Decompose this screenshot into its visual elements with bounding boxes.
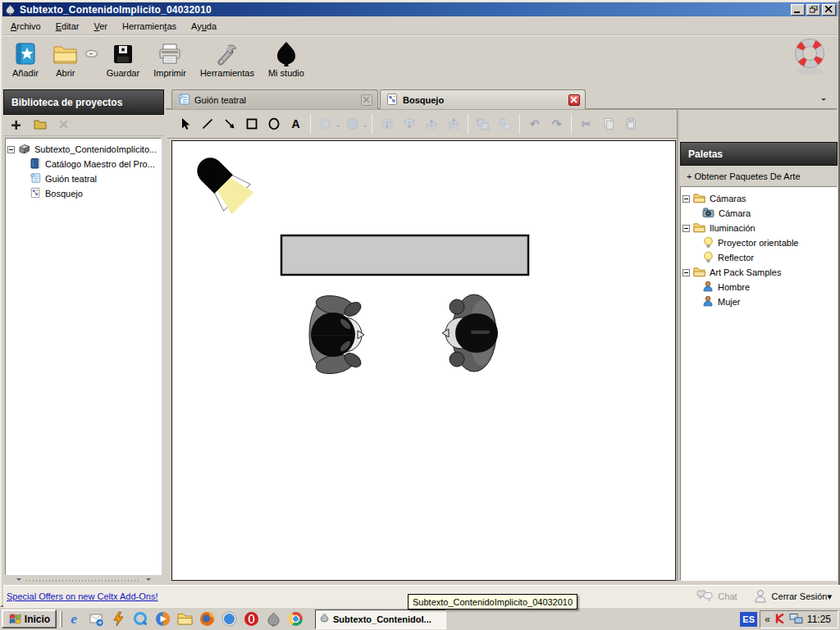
panel-splitter[interactable] xyxy=(677,109,679,581)
woman-top-view-object[interactable] xyxy=(442,294,498,372)
tree-item-catalogo[interactable]: Catálogo Maestro del Pro... xyxy=(7,157,159,171)
panel-resize-grip[interactable] xyxy=(26,578,141,583)
minimize-button[interactable] xyxy=(791,4,805,16)
clock[interactable]: 11:25 xyxy=(807,614,831,625)
menu-ver[interactable]: Ver xyxy=(86,19,115,34)
add-button[interactable]: Añadir xyxy=(8,39,43,80)
send-to-back-tool[interactable] xyxy=(376,113,398,135)
tools-button[interactable]: Herramientas xyxy=(196,39,258,80)
taskbar-item-celtx[interactable]: Subtexto_ContenidoI... xyxy=(315,609,446,629)
chrome-icon[interactable] xyxy=(287,611,304,628)
fill-color-tool[interactable] xyxy=(341,113,363,135)
line-tool[interactable] xyxy=(196,113,218,135)
get-art-packs-link[interactable]: + Obtener Paquetes De Arte xyxy=(680,167,838,185)
quicktime-icon[interactable] xyxy=(132,611,148,628)
paste-button[interactable] xyxy=(619,113,641,135)
sketch-canvas[interactable] xyxy=(171,140,676,581)
close-button[interactable] xyxy=(822,4,836,16)
print-button[interactable]: Imprimir xyxy=(149,39,190,80)
collapse-icon[interactable] xyxy=(7,146,15,153)
winamp-icon[interactable] xyxy=(110,611,126,628)
start-button[interactable]: Inicio xyxy=(2,609,57,628)
menu-bar: Archivo Editar Ver Herramientas Ayuda xyxy=(3,17,837,35)
project-package-icon xyxy=(18,144,30,156)
menu-archivo[interactable]: Archivo xyxy=(3,19,48,34)
rectangle-tool[interactable] xyxy=(240,113,262,135)
open-button[interactable]: Abrir xyxy=(48,39,83,80)
safari-icon[interactable] xyxy=(221,611,237,628)
folder-icon xyxy=(693,267,705,279)
tab-bosquejo[interactable]: Bosquejo xyxy=(380,89,586,109)
group-tool[interactable] xyxy=(472,113,494,135)
stroke-color-tool[interactable] xyxy=(314,113,336,135)
stage-rectangle-object[interactable] xyxy=(281,235,528,275)
folder-shortcut-icon[interactable] xyxy=(176,611,193,628)
man-top-view-object[interactable] xyxy=(309,293,364,377)
celtx-leaf-icon xyxy=(274,40,299,67)
palette-item-camara[interactable]: Cámara xyxy=(682,206,835,221)
folder-icon xyxy=(693,222,705,235)
palette-item-proyector[interactable]: Proyector orientable xyxy=(682,235,835,250)
tab-list-dropdown[interactable] xyxy=(815,93,832,107)
open-folder-icon xyxy=(52,40,79,67)
language-indicator[interactable]: ES xyxy=(740,612,757,627)
add-project-button[interactable] xyxy=(11,121,21,131)
internet-explorer-icon[interactable]: e xyxy=(66,611,82,628)
windows-taskbar: Inicio e Subtexto_ContenidoI... ES « 11:… xyxy=(0,607,840,630)
printer-icon xyxy=(158,40,182,67)
save-button[interactable]: Guardar xyxy=(103,39,144,80)
restore-button[interactable] xyxy=(806,4,820,16)
outlook-express-icon[interactable] xyxy=(88,611,104,628)
tray-expand-chevron[interactable]: « xyxy=(765,614,770,625)
text-tool[interactable]: A xyxy=(285,113,307,135)
open-project-button[interactable] xyxy=(34,120,47,131)
bring-forward-tool[interactable] xyxy=(420,113,442,135)
ellipse-tool[interactable] xyxy=(262,113,285,135)
arrow-tool[interactable] xyxy=(218,113,240,135)
menu-editar[interactable]: Editar xyxy=(48,19,87,34)
copy-button[interactable] xyxy=(597,113,619,135)
quicklaunch-handle[interactable] xyxy=(60,611,62,628)
palette-item-hombre[interactable]: Hombre xyxy=(682,280,835,294)
tab-close-icon[interactable] xyxy=(361,94,372,106)
send-backward-tool[interactable] xyxy=(398,113,420,135)
palette-folder-iluminacion[interactable]: Iluminación xyxy=(682,221,835,235)
tab-guion-teatral[interactable]: Guión teatral xyxy=(171,89,378,109)
menu-ayuda[interactable]: Ayuda xyxy=(184,19,224,34)
special-offers-link[interactable]: Special Offers on new Celtx Add-Ons! xyxy=(7,591,158,601)
opera-icon[interactable] xyxy=(243,611,259,628)
bring-to-front-tool[interactable] xyxy=(442,113,464,135)
firefox-icon[interactable] xyxy=(199,611,215,628)
menu-herramientas[interactable]: Herramientas xyxy=(115,19,184,34)
studio-button[interactable]: Mi studio xyxy=(264,39,308,80)
ungroup-tool[interactable] xyxy=(494,113,516,135)
spotlight-object[interactable] xyxy=(188,148,256,217)
collapse-icon[interactable] xyxy=(682,225,690,232)
lifebuoy-help-icon[interactable] xyxy=(791,38,829,77)
kaspersky-tray-icon[interactable] xyxy=(774,613,785,626)
tree-item-project-root[interactable]: Subtexto_ContenidoImplicito... xyxy=(7,142,159,157)
redo-button[interactable]: ↷ xyxy=(546,113,568,135)
palette-folder-art-pack[interactable]: Art Pack Samples xyxy=(682,265,835,280)
tree-item-bosquejo[interactable]: Bosquejo xyxy=(7,186,159,201)
open-dropdown[interactable] xyxy=(85,50,98,57)
delete-project-button[interactable] xyxy=(60,121,68,130)
celtx-shortcut-icon[interactable] xyxy=(265,611,281,628)
collapse-icon[interactable] xyxy=(682,269,690,276)
palette-item-reflector[interactable]: Reflector xyxy=(682,250,835,265)
tree-item-guion-teatral[interactable]: Guión teatral xyxy=(7,171,159,186)
media-player-icon[interactable] xyxy=(154,611,171,628)
palette-folder-camaras[interactable]: Cámaras xyxy=(682,191,835,206)
collapse-icon[interactable] xyxy=(682,195,690,203)
undo-button[interactable]: ↶ xyxy=(523,113,546,135)
tab-close-active-icon[interactable] xyxy=(568,94,580,106)
network-tray-icon[interactable] xyxy=(789,613,803,626)
title-bar[interactable]: Subtexto_ContenidoImplicito_04032010 xyxy=(2,2,838,16)
logout-button[interactable]: Cerrar Sesión▾ xyxy=(772,591,832,602)
script-icon xyxy=(30,172,41,185)
chat-button[interactable]: Chat xyxy=(718,591,737,601)
palette-item-mujer[interactable]: Mujer xyxy=(682,294,835,309)
select-tool[interactable] xyxy=(174,113,196,135)
cut-button[interactable]: ✂ xyxy=(575,113,597,135)
celtx-task-icon xyxy=(319,613,330,625)
